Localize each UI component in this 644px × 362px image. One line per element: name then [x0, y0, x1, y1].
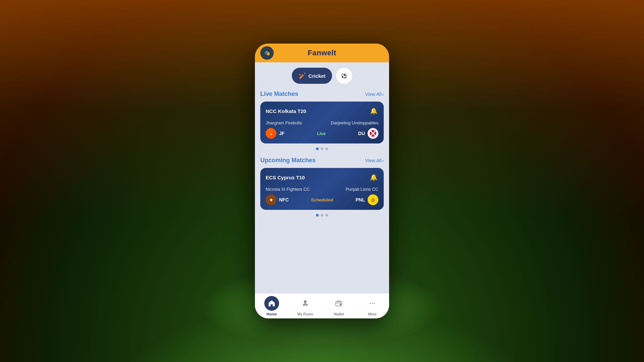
wallet-nav-label: Wallet: [334, 312, 344, 316]
live-card-header: NCC Kolkata T20 🔔: [266, 106, 378, 116]
app-title: Fanwelt: [308, 49, 336, 57]
live-team-left-logo-row: 🔥 JF: [266, 128, 284, 139]
svg-point-16: [374, 303, 375, 304]
more-nav-label: More: [368, 312, 376, 316]
upcoming-team-right-code: PNL: [356, 197, 365, 202]
live-matches-view-all[interactable]: View All ›: [365, 92, 384, 97]
nav-item-wallet[interactable]: Wallet: [325, 296, 352, 316]
upcoming-tournament-name: ECS Cyprus T10: [266, 175, 305, 180]
upcoming-card-header: ECS Cyprus T10 🔔: [266, 173, 378, 182]
upcoming-team-left-logo-row: ⚜ NFC: [266, 194, 289, 205]
app-logo: 🎭: [260, 46, 274, 60]
upcoming-matches-view-all[interactable]: View All ›: [365, 158, 384, 163]
live-team-right-logo-row: DU: [358, 128, 378, 139]
cricket-icon: 🏏: [299, 72, 306, 79]
cricket-tab-label: Cricket: [309, 73, 326, 79]
svg-point-14: [372, 303, 373, 304]
upcoming-match-card-0[interactable]: ECS Cyprus T10 🔔 Nicosia XI Fighters CC …: [260, 168, 384, 210]
upcoming-team-right-logo: 🦁: [368, 194, 378, 205]
svg-rect-11: [305, 304, 306, 306]
upcoming-bell-icon[interactable]: 🔔: [369, 173, 378, 182]
live-team-left-logo: 🔥: [266, 128, 276, 139]
upcoming-dot-3: [325, 214, 328, 217]
svg-text:⚜: ⚜: [269, 198, 273, 202]
upcoming-status-badge: Scheduled: [311, 197, 333, 202]
upcoming-team-right-name: Punjab Lions CC: [345, 187, 378, 192]
live-dot-1: [316, 147, 319, 150]
live-match-card-0[interactable]: NCC Kolkata T20 🔔 Jhargram Firebolts Dar…: [260, 102, 384, 143]
chevron-right-icon: ›: [382, 92, 384, 97]
svg-rect-13: [340, 304, 341, 305]
live-matches-header: Live Matches View All ›: [260, 90, 384, 98]
main-content: 🏏 Cricket ⚽ Live Matches View All › NCC …: [255, 62, 389, 293]
bottom-navigation: Home My Room W: [255, 293, 389, 318]
upcoming-dots: [260, 214, 384, 217]
upcoming-team-left-name: Nicosia XI Fighters CC: [266, 187, 310, 192]
svg-text:🦁: 🦁: [371, 198, 375, 202]
live-team-right-name: Darjeeling Unstoppables: [331, 120, 378, 125]
upcoming-dot-1: [316, 214, 319, 217]
upcoming-teams-row: Nicosia XI Fighters CC Punjab Lions CC: [266, 187, 378, 192]
upcoming-matches-header: Upcoming Matches View All ›: [260, 157, 384, 164]
live-teams-row: Jhargram Firebolts Darjeeling Unstoppabl…: [266, 120, 378, 125]
upcoming-chevron-right-icon: ›: [382, 158, 384, 163]
live-team-right-code: DU: [358, 131, 365, 136]
live-team-right-logo: [368, 128, 378, 139]
soccer-tab[interactable]: ⚽: [336, 68, 352, 84]
my-room-nav-label: My Room: [297, 312, 313, 316]
svg-text:🎭: 🎭: [264, 50, 270, 56]
nav-item-home[interactable]: Home: [258, 296, 285, 316]
home-nav-icon: [264, 296, 279, 311]
nav-item-my-room[interactable]: My Room: [292, 296, 319, 316]
live-matches-title: Live Matches: [260, 90, 298, 98]
my-room-nav-icon: [298, 296, 313, 311]
upcoming-team-left-logo: ⚜: [266, 194, 276, 205]
nav-item-more[interactable]: More: [359, 296, 386, 316]
upcoming-team-left-code: NFC: [279, 197, 289, 202]
svg-point-15: [370, 303, 371, 304]
live-bell-icon[interactable]: 🔔: [369, 106, 378, 116]
svg-point-10: [304, 301, 306, 303]
live-dot-3: [325, 147, 328, 150]
home-nav-label: Home: [267, 312, 277, 316]
sport-tabs: 🏏 Cricket ⚽: [260, 68, 384, 84]
upcoming-status-row: ⚜ NFC Scheduled 🦁 PNL: [266, 194, 378, 205]
phone-frame: 🎭 Fanwelt 🏏 Cricket ⚽ Live Matches View …: [255, 44, 389, 318]
cricket-tab[interactable]: 🏏 Cricket: [292, 68, 332, 84]
live-team-left-code: JF: [279, 131, 284, 136]
live-status-row: 🔥 JF Live DU: [266, 128, 378, 139]
live-team-left-name: Jhargram Firebolts: [266, 120, 302, 125]
soccer-icon: ⚽: [341, 73, 347, 79]
live-dot-2: [321, 147, 323, 150]
wallet-nav-icon: [331, 296, 346, 311]
live-status-badge: Live: [317, 131, 326, 136]
live-dots: [260, 147, 384, 150]
app-header: 🎭 Fanwelt: [255, 44, 389, 62]
more-nav-icon: [365, 296, 380, 311]
upcoming-team-right-logo-row: 🦁 PNL: [356, 194, 378, 205]
upcoming-dot-2: [321, 214, 323, 217]
upcoming-matches-title: Upcoming Matches: [260, 157, 316, 164]
live-tournament-name: NCC Kolkata T20: [266, 108, 306, 114]
